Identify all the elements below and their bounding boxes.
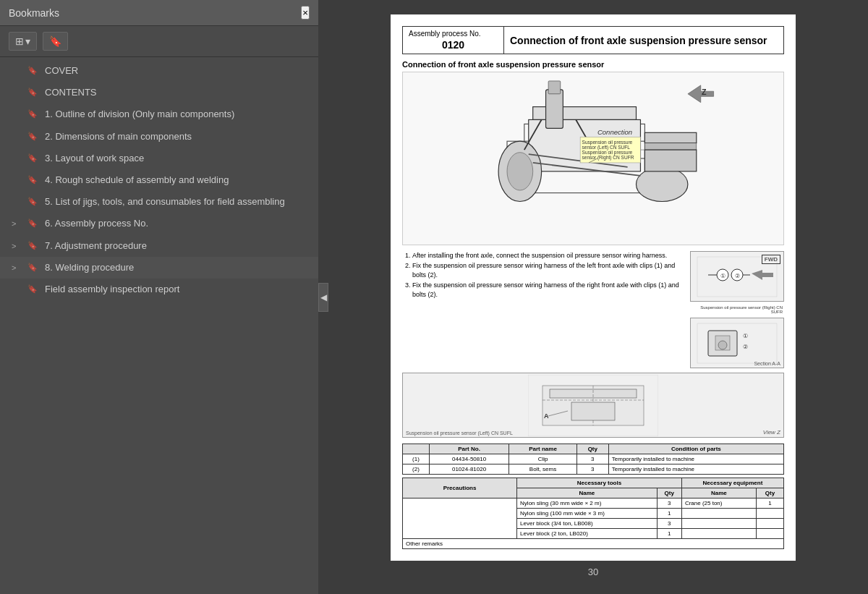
bookmark-page-icon: 🔖 <box>27 174 39 185</box>
svg-rect-14 <box>644 132 696 143</box>
other-remarks-label: Other remarks <box>406 540 443 547</box>
expand-arrow-icon: ▾ <box>25 35 30 47</box>
tool-qty-cell: 3 <box>657 519 681 529</box>
page-number: 30 <box>588 567 598 577</box>
steps-list: After installing the front axle, connect… <box>402 251 684 300</box>
bookmark-item-item2[interactable]: 🔖2. Dimensions of main components <box>0 126 318 148</box>
svg-rect-10 <box>546 90 563 129</box>
bookmark-button[interactable]: 🔖 <box>43 32 68 51</box>
parts-col-qty: Qty <box>576 444 608 454</box>
steps-text: After installing the front axle, connect… <box>402 251 684 368</box>
bookmark-label: 8. Welding procedure <box>45 261 310 274</box>
table-row: (1)04434-50810Clip3Temporarily installed… <box>403 454 784 464</box>
tool-name-cell: Nylon sling (100 mm wide × 3 m) <box>517 509 657 519</box>
step-item: After installing the front axle, connect… <box>412 251 684 261</box>
equip-name-cell: Crane (25 ton) <box>681 498 756 509</box>
bookmark-item-item4[interactable]: 🔖4. Rough schedule of assembly and weldi… <box>0 169 318 191</box>
equip-name-cell <box>681 519 756 529</box>
bookmark-item-item6[interactable]: >🔖6. Assembly process No. <box>0 213 318 234</box>
process-number: 0120 <box>409 39 498 51</box>
bookmark-item-item7[interactable]: >🔖7. Adjustment procedure <box>0 235 318 257</box>
process-label: Assembly process No. <box>409 30 480 38</box>
expand-arrow: > <box>12 218 20 229</box>
svg-rect-15 <box>644 143 696 150</box>
bottom-table: Precautions Necessary tools Necessary eq… <box>402 478 784 549</box>
tool-name-cell: Nylon sling (30 mm wide × 2 m) <box>517 498 657 509</box>
svg-point-37 <box>718 341 727 349</box>
view-z-image: A View Z Suspension oil pressure sensor … <box>402 373 784 438</box>
fwd-label: FWD <box>762 255 780 264</box>
steps-section: After installing the front axle, connect… <box>402 251 784 368</box>
parts-col-condition: Condition of parts <box>608 444 783 454</box>
precautions-header: Precautions <box>403 478 517 498</box>
table-cell: 04434-50810 <box>429 454 509 464</box>
bookmark-item-item1[interactable]: 🔖1. Outline of division (Only main compo… <box>0 103 318 125</box>
svg-text:A: A <box>544 412 549 420</box>
step-item: Fix the suspension oil pressure sensor w… <box>412 261 684 281</box>
tools-name-header: Name <box>517 488 657 498</box>
bookmark-item-item5[interactable]: 🔖5. List of jigs, tools, and consumables… <box>0 191 318 213</box>
bookmark-label: COVER <box>45 64 310 77</box>
bookmark-page-icon: 🔖 <box>27 240 39 251</box>
table-cell: 3 <box>576 464 608 475</box>
parts-col-partno: Part No. <box>429 444 509 454</box>
table-cell: Temporarily installed to machine <box>608 464 783 475</box>
necessary-tools-header: Necessary tools <box>517 478 682 488</box>
expand-arrow: > <box>12 263 20 273</box>
page-container: Assembly process No. 0120 Connection of … <box>391 14 796 561</box>
equip-qty-cell <box>756 509 783 519</box>
equip-name-cell <box>681 509 756 519</box>
table-cell: Clip <box>509 454 577 464</box>
view-z-label: View Z <box>763 429 780 436</box>
doc-title: Connection of front axle suspension pres… <box>510 35 767 46</box>
bookmark-item-item3[interactable]: 🔖3. Layout of work space <box>0 148 318 169</box>
bookmark-item-item9[interactable]: 🔖Field assembly inspection report <box>0 279 318 300</box>
bookmark-page-icon: 🔖 <box>27 131 39 142</box>
section-aa-label: Section A-A <box>754 361 780 366</box>
close-button[interactable]: × <box>301 6 310 20</box>
bookmark-label: 4. Rough schedule of assembly and weldin… <box>45 174 310 187</box>
svg-text:sensor (Right) CN SUFR: sensor (Right) CN SUFR <box>582 155 634 161</box>
precautions-cell <box>403 498 517 539</box>
bookmark-label: 7. Adjustment procedure <box>45 239 310 253</box>
section-aa-image: ① ② Section A-A <box>690 318 784 368</box>
bookmark-page-icon: 🔖 <box>27 196 39 207</box>
doc-subtitle: Connection of front axle suspension pres… <box>402 60 784 69</box>
tools-qty-header: Qty <box>657 488 681 498</box>
sidebar-toolbar: ⊞ ▾ 🔖 <box>0 26 318 57</box>
tool-qty-cell: 1 <box>657 509 681 519</box>
bookmark-item-contents[interactable]: 🔖CONTENTS <box>0 82 318 103</box>
bookmark-icon: 🔖 <box>49 35 61 47</box>
bookmark-label: 3. Layout of work space <box>45 152 310 165</box>
table-cell: Bolt, sems <box>509 464 577 475</box>
table-cell: (2) <box>403 464 430 475</box>
bookmark-page-icon: 🔖 <box>27 218 39 229</box>
tool-name-cell: Lever block (3/4 ton, LB008) <box>517 519 657 529</box>
svg-marker-17 <box>688 85 714 103</box>
table-cell: (1) <box>403 454 430 464</box>
view-z-caption: Suspension oil pressure sensor (Left) CN… <box>406 430 513 436</box>
parts-col-partname: Part name <box>509 444 577 454</box>
svg-text:Connection: Connection <box>597 128 632 136</box>
bookmark-page-icon: 🔖 <box>27 109 39 119</box>
table-row: (2)01024-81020Bolt, sems3Temporarily ins… <box>403 464 784 475</box>
expand-all-button[interactable]: ⊞ ▾ <box>9 32 37 51</box>
bookmark-page-icon: 🔖 <box>27 65 39 76</box>
bookmark-item-item8[interactable]: >🔖8. Welding procedure <box>0 257 318 279</box>
svg-rect-16 <box>644 150 696 171</box>
collapse-panel-button[interactable]: ◀ <box>318 283 328 312</box>
assembly-diagram-svg: Z Connection Suspension oil pressure sen… <box>403 72 783 245</box>
equip-qty-cell <box>756 519 783 529</box>
bookmark-list: 🔖COVER🔖CONTENTS🔖1. Outline of division (… <box>0 57 318 594</box>
parts-col-num <box>403 444 430 454</box>
bookmark-label: CONTENTS <box>45 86 310 99</box>
bottom-images: A View Z Suspension oil pressure sensor … <box>402 373 784 438</box>
bookmark-label: 1. Outline of division (Only main compon… <box>45 108 310 121</box>
doc-header-table: Assembly process No. 0120 Connection of … <box>402 26 784 54</box>
step-item: Fix the suspension oil pressure sensor w… <box>412 281 684 300</box>
equip-qty-header: Qty <box>756 488 783 498</box>
bookmark-page-icon: 🔖 <box>27 153 39 164</box>
right-image-caption-1: Suspension oil pressure sensor (Right) C… <box>690 305 784 315</box>
equip-qty-cell <box>756 529 783 539</box>
bookmark-item-cover[interactable]: 🔖COVER <box>0 60 318 82</box>
